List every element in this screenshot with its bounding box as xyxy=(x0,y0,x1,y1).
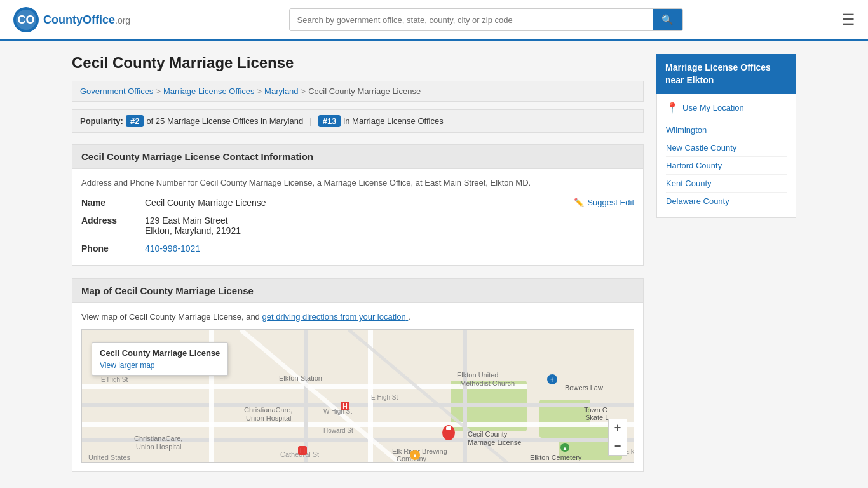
suggest-edit-icon: ✏️ xyxy=(574,198,584,207)
phone-row: Phone 410-996-1021 xyxy=(81,243,634,254)
svg-text:ChristianaCare,: ChristianaCare, xyxy=(244,406,292,414)
svg-text:Union Hospital: Union Hospital xyxy=(246,414,292,422)
sidebar-link-wilmington[interactable]: Wilmington xyxy=(666,121,787,139)
sidebar-header: Marriage License Offices near Elkton xyxy=(656,54,796,94)
phone-value[interactable]: 410-996-1021 xyxy=(145,243,200,254)
logo-suffix: .org xyxy=(115,15,130,25)
contact-section: Cecil County Marriage License Contact In… xyxy=(72,144,644,266)
contact-description: Address and Phone Number for Cecil Count… xyxy=(81,178,634,187)
search-icon: 🔍 xyxy=(661,14,674,25)
svg-rect-8 xyxy=(82,403,634,407)
hamburger-icon: ☰ xyxy=(841,11,855,28)
breadcrumb-gov[interactable]: Government Offices xyxy=(80,86,153,96)
sidebar: Marriage License Offices near Elkton 📍 U… xyxy=(656,54,796,485)
svg-text:Elkton Station: Elkton Station xyxy=(279,374,322,382)
search-button[interactable]: 🔍 xyxy=(653,9,682,30)
svg-text:Union Hospital: Union Hospital xyxy=(136,443,182,451)
zoom-in-button[interactable]: + xyxy=(609,419,627,437)
menu-icon[interactable]: ☰ xyxy=(841,11,855,29)
phone-label: Phone xyxy=(81,243,145,254)
rank2-text: in Marriage License Offices xyxy=(343,116,443,126)
address-line1: 129 East Main Street xyxy=(145,215,241,226)
name-value: Cecil County Marriage License xyxy=(145,198,266,208)
popularity-bar: Popularity: #2 of 25 Marriage License Of… xyxy=(72,109,644,133)
bc-sep-2: > xyxy=(257,86,262,96)
logo-brand: CountyOffice xyxy=(43,13,115,26)
svg-text:Marriage License: Marriage License xyxy=(468,438,521,446)
sidebar-link-kent[interactable]: Kent County xyxy=(666,175,787,193)
address-label: Address xyxy=(81,215,145,226)
breadcrumb-marriage[interactable]: Marriage License Offices xyxy=(163,86,255,96)
directions-link-text: get driving directions from your locatio… xyxy=(262,312,405,322)
address-value: 129 East Main Street Elkton, Maryland, 2… xyxy=(145,215,241,236)
svg-text:H: H xyxy=(300,447,305,454)
svg-text:▲: ▲ xyxy=(562,445,567,451)
address-row: Address 129 East Main Street Elkton, Mar… xyxy=(81,215,634,236)
zoom-controls: + − xyxy=(608,419,627,456)
map-body: View map of Cecil County Marriage Licens… xyxy=(72,303,644,472)
svg-text:ChristianaCare,: ChristianaCare, xyxy=(134,435,182,442)
use-my-location-link[interactable]: 📍 Use My Location xyxy=(666,102,787,114)
sidebar-link-delaware[interactable]: Delaware County xyxy=(666,193,787,210)
svg-rect-14 xyxy=(463,330,467,462)
search-input[interactable] xyxy=(290,9,653,30)
map-section: Map of Cecil County Marriage License Vie… xyxy=(72,278,644,472)
map-header: Map of Cecil County Marriage License xyxy=(72,278,644,303)
svg-rect-12 xyxy=(304,330,308,462)
breadcrumb-current: Cecil County Marriage License xyxy=(308,86,421,96)
use-my-location-label: Use My Location xyxy=(682,103,744,112)
logo-icon: CO xyxy=(13,6,39,33)
zoom-out-button[interactable]: − xyxy=(609,437,627,455)
map-desc-prefix: View map of Cecil County Marriage Licens… xyxy=(81,312,260,322)
sidebar-link-new-castle[interactable]: New Castle County xyxy=(666,139,787,157)
page-title: Cecil County Marriage License xyxy=(72,54,644,72)
contact-header: Cecil County Marriage License Contact In… xyxy=(72,144,644,169)
search-area: 🔍 xyxy=(289,8,683,31)
svg-text:E High St: E High St xyxy=(101,376,128,383)
sidebar-link-harford[interactable]: Harford County xyxy=(666,157,787,175)
main-content: Cecil County Marriage License Government… xyxy=(72,54,644,485)
breadcrumb-maryland[interactable]: Maryland xyxy=(264,86,298,96)
contact-body: Address and Phone Number for Cecil Count… xyxy=(72,169,644,266)
map-popup-title: Cecil County Marriage License xyxy=(100,348,220,358)
page-wrapper: Cecil County Marriage License Government… xyxy=(59,41,809,488)
suggest-edit-label: Suggest Edit xyxy=(587,198,634,207)
map-popup: Cecil County Marriage License View large… xyxy=(92,342,228,376)
map-container[interactable]: Elkton Station Elkton United Methodist C… xyxy=(81,329,634,463)
svg-text:United States: United States xyxy=(88,454,131,461)
svg-text:Cecil County: Cecil County xyxy=(468,430,508,438)
svg-text:Elkton Cemetery: Elkton Cemetery xyxy=(530,454,582,461)
map-description: View map of Cecil County Marriage Licens… xyxy=(81,312,634,322)
svg-point-50 xyxy=(446,426,451,431)
header: CO CountyOffice.org 🔍 ☰ xyxy=(0,0,868,41)
sidebar-body: 📍 Use My Location Wilmington New Castle … xyxy=(656,94,796,218)
bc-sep-3: > xyxy=(301,86,306,96)
rank2-badge: #13 xyxy=(318,115,341,127)
pop-divider: | xyxy=(309,116,311,126)
svg-text:Bowers Law: Bowers Law xyxy=(565,384,603,391)
svg-text:Town C: Town C xyxy=(584,406,607,414)
location-pin-icon: 📍 xyxy=(666,102,679,114)
popularity-label: Popularity: xyxy=(80,116,123,126)
rank1-badge: #2 xyxy=(126,115,144,127)
suggest-edit-button[interactable]: ✏️ Suggest Edit xyxy=(574,198,634,207)
map-desc-suffix: . xyxy=(408,312,410,322)
svg-text:CO: CO xyxy=(18,13,35,26)
view-larger-map-link[interactable]: View larger map xyxy=(100,361,154,370)
logo-area: CO CountyOffice.org xyxy=(13,6,130,33)
name-row: Name Cecil County Marriage License ✏️ Su… xyxy=(81,198,634,208)
search-box: 🔍 xyxy=(289,8,683,31)
svg-text:Howard St: Howard St xyxy=(323,427,353,434)
bc-sep-1: > xyxy=(156,86,161,96)
svg-text:E High St: E High St xyxy=(371,394,398,401)
svg-text:H: H xyxy=(342,402,348,410)
address-line2: Elkton, Maryland, 21921 xyxy=(145,226,241,236)
svg-text:Methodist Church: Methodist Church xyxy=(460,379,515,387)
svg-text:●: ● xyxy=(413,452,416,459)
name-label: Name xyxy=(81,198,145,208)
rank1-text: of 25 Marriage License Offices in Maryla… xyxy=(146,116,303,126)
directions-link[interactable]: get driving directions from your locatio… xyxy=(262,312,408,322)
breadcrumb: Government Offices > Marriage License Of… xyxy=(72,81,644,102)
svg-text:✝: ✝ xyxy=(550,377,555,383)
svg-text:Skate L: Skate L xyxy=(585,414,609,421)
